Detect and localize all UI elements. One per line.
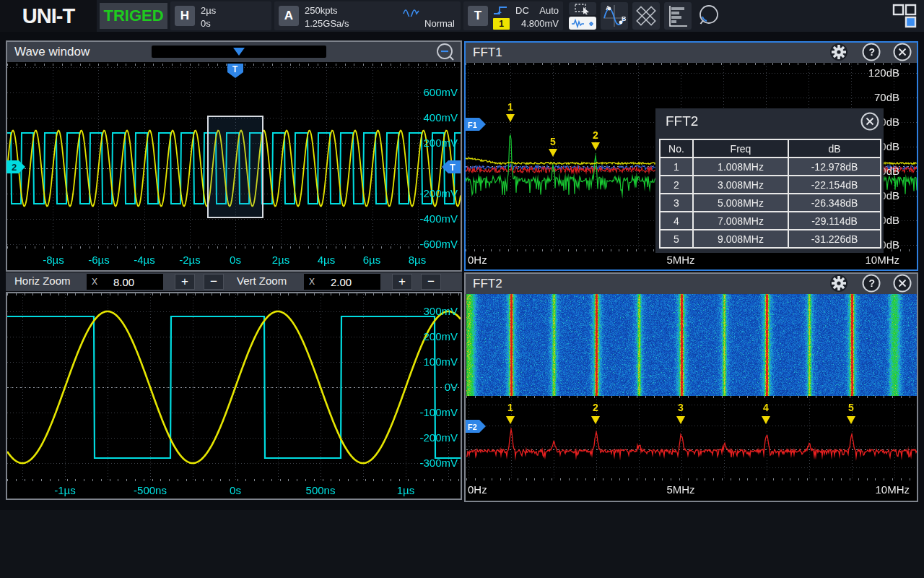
- trigger-key[interactable]: T: [468, 6, 488, 26]
- horizontal-position-bar[interactable]: [152, 46, 326, 58]
- gear-icon[interactable]: [829, 43, 848, 61]
- horizontal-menu-block[interactable]: H 2µs 0s: [170, 1, 271, 30]
- statistics-button[interactable]: [664, 2, 692, 30]
- x-axis-label: -500ns: [125, 484, 175, 496]
- freq-axis-label: 0Hz: [468, 254, 487, 266]
- x-axis-label: -2µs: [165, 254, 215, 266]
- horizontal-key[interactable]: H: [175, 6, 195, 26]
- trigger-level-marker[interactable]: T: [442, 160, 461, 173]
- fft2-header: FFT2: [466, 274, 917, 294]
- fft1-source-marker[interactable]: F1: [466, 118, 487, 131]
- help-icon[interactable]: ?: [862, 274, 881, 293]
- y-axis-label: -400mV: [407, 212, 458, 225]
- svg-text:A: A: [606, 4, 611, 12]
- zoom-out-icon[interactable]: [436, 43, 456, 63]
- vert-zoom-minus-button[interactable]: −: [421, 274, 441, 290]
- channel2-level-marker[interactable]: 2: [6, 160, 25, 173]
- fft2-source-marker[interactable]: F2: [466, 420, 487, 433]
- help-icon[interactable]: ?: [862, 43, 881, 61]
- trigger-coupling-value: DC: [515, 5, 529, 16]
- zoom-region-box[interactable]: [207, 116, 263, 218]
- svg-text:T: T: [232, 64, 238, 74]
- zoom-plot-canvas[interactable]: [7, 293, 461, 499]
- svg-text:F2: F2: [468, 423, 477, 431]
- table-row: 1 1.008MHz -12.978dB: [660, 158, 881, 176]
- x-axis-label: 0s: [210, 484, 261, 496]
- vert-zoom-plus-button[interactable]: +: [392, 274, 412, 290]
- trigger-position-flag[interactable]: T: [227, 64, 243, 78]
- gear-icon[interactable]: [829, 274, 848, 293]
- freq-axis-label: 0Hz: [468, 483, 487, 496]
- cell-no: 1: [660, 158, 693, 176]
- peak-marker-number: 2: [585, 402, 606, 413]
- x-axis-label: 1µs: [380, 484, 431, 496]
- horizontal-offset-value: 0s: [201, 18, 211, 29]
- fft2-peak-table-window: FFT2 No. Freq dB 1 1.008MHz -12.978dB 2 …: [655, 108, 884, 253]
- search-button[interactable]: [696, 2, 723, 30]
- cell-db: -22.154dB: [788, 176, 881, 194]
- horiz-zoom-minus-button[interactable]: −: [204, 274, 224, 290]
- position-indicator-triangle[interactable]: [233, 48, 245, 56]
- table-row: 3 5.008MHz -26.348dB: [660, 194, 881, 212]
- close-icon[interactable]: [860, 112, 879, 131]
- cursor-measure-button[interactable]: A B: [601, 2, 628, 30]
- cell-no: 4: [660, 212, 693, 230]
- fft2-spectrogram-canvas[interactable]: [466, 294, 917, 396]
- vert-zoom-value-box[interactable]: X 2.00: [304, 274, 380, 290]
- fft2-table-title: FFT2: [666, 113, 698, 129]
- horiz-zoom-value-box[interactable]: X 8.00: [87, 274, 163, 290]
- y-axis-label: -100mV: [407, 406, 458, 418]
- vert-zoom-value: 2.00: [331, 276, 352, 288]
- close-icon[interactable]: [893, 43, 912, 61]
- fft2-peak-table: No. Freq dB 1 1.008MHz -12.978dB 2 3.008…: [659, 139, 881, 249]
- close-icon[interactable]: [893, 274, 912, 293]
- peak-marker-number: 2: [585, 129, 606, 141]
- oscilloscope-screen: UNI-T TRIGED H 2µs 0s A 250kpts 1.25GSa/…: [0, 0, 924, 578]
- peak-marker-number: 4: [755, 402, 777, 413]
- cursor-select-button[interactable]: [569, 2, 596, 15]
- cell-no: 3: [660, 194, 693, 212]
- peak-marker-number: 1: [500, 101, 521, 113]
- cell-freq: 1.008MHz: [693, 158, 788, 176]
- peak-marker-triangle: [847, 416, 855, 424]
- col-header-db: dB: [788, 139, 881, 158]
- svg-text:2: 2: [12, 162, 17, 173]
- table-row: 4 7.008MHz -29.114dB: [660, 212, 881, 230]
- acquire-key[interactable]: A: [279, 6, 299, 26]
- freq-axis-label: 10MHz: [859, 483, 910, 496]
- trigger-status-badge: TRIGED: [100, 3, 167, 29]
- cell-db: -26.348dB: [788, 194, 881, 212]
- db-axis-label: 70dB: [849, 91, 899, 103]
- db-axis-label: 120dB: [849, 66, 899, 79]
- peak-marker-triangle: [762, 416, 770, 424]
- top-status-bar: UNI-T TRIGED H 2µs 0s A 250kpts 1.25GSa/…: [0, 0, 924, 32]
- histogram-icon: [666, 4, 689, 27]
- wave-drag-button[interactable]: [569, 17, 596, 30]
- acquire-menu-block[interactable]: A 250kpts 1.25GSa/s Normal: [274, 1, 461, 30]
- table-row: 2 3.008MHz -22.154dB: [660, 176, 881, 194]
- sample-rate-value: 1.25GSa/s: [305, 18, 349, 29]
- y-axis-label: -200mV: [407, 431, 458, 444]
- x-axis-label: -4µs: [119, 254, 170, 266]
- quad-layout-icon: [892, 3, 918, 29]
- cell-db: -12.978dB: [788, 158, 881, 176]
- horiz-zoom-plus-button[interactable]: +: [175, 274, 195, 290]
- trigger-source-badge: 1: [493, 18, 510, 30]
- rulers-icon: [634, 4, 658, 28]
- trigger-menu-block[interactable]: T 1 DC Auto 4.800mV: [463, 1, 563, 30]
- peak-marker-triangle: [549, 149, 557, 157]
- x-axis-label: -8µs: [28, 254, 79, 266]
- peak-marker-number: 5: [542, 136, 564, 147]
- zoom-controls-bar: Horiz Zoom X 8.00 + − Vert Zoom X 2.00 +…: [6, 272, 462, 291]
- x-axis-label: 0s: [210, 254, 261, 266]
- window-layout-button[interactable]: [891, 2, 918, 30]
- y-axis-label: -300mV: [407, 457, 458, 469]
- brand-logo: UNI-T: [0, 0, 97, 32]
- x-axis-label: 500ns: [295, 484, 346, 496]
- x-axis-label: 2µs: [256, 254, 306, 266]
- memory-depth-value: 250kpts: [305, 5, 338, 16]
- acquire-wave-icon: [403, 6, 420, 17]
- acquire-mode-value: Normal: [424, 18, 455, 29]
- x-axis-label: -1µs: [40, 484, 90, 496]
- measure-tools-button[interactable]: [632, 2, 660, 30]
